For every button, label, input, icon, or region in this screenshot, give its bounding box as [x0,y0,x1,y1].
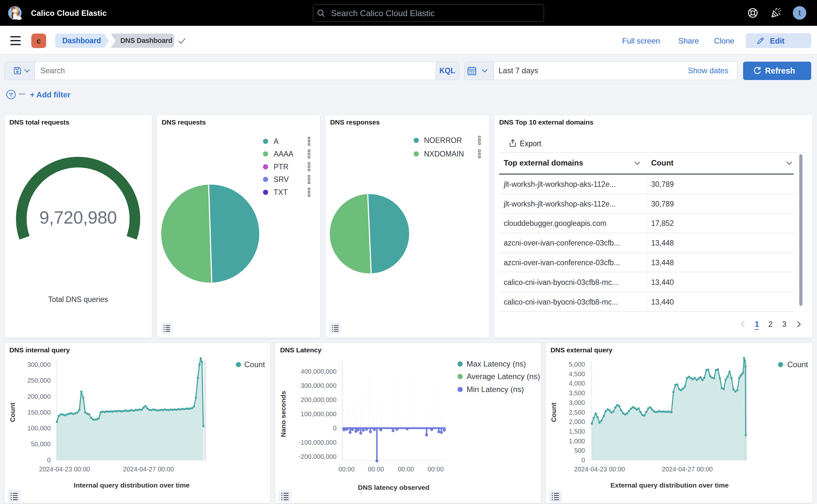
svg-text:3,500: 3,500 [569,389,585,397]
svg-text:Count: Count [787,360,808,369]
svg-text:1,500: 1,500 [569,428,585,435]
svg-text:2,500: 2,500 [569,409,585,416]
svg-text:2024-04-27 00:00: 2024-04-27 00:00 [662,466,713,473]
svg-text:0: 0 [581,457,585,464]
svg-text:5,000: 5,000 [569,361,585,368]
svg-text:3,000: 3,000 [569,399,585,406]
svg-text:2,000: 2,000 [569,418,585,425]
svg-text:1,000: 1,000 [569,438,585,445]
svg-text:External query distribution ov: External query distribution over time [610,481,729,489]
svg-text:Count: Count [550,403,557,422]
svg-text:4,500: 4,500 [569,370,585,378]
svg-text:2024-04-23 00:00: 2024-04-23 00:00 [574,466,625,473]
svg-text:4,000: 4,000 [569,380,585,387]
svg-text:500: 500 [574,447,585,454]
